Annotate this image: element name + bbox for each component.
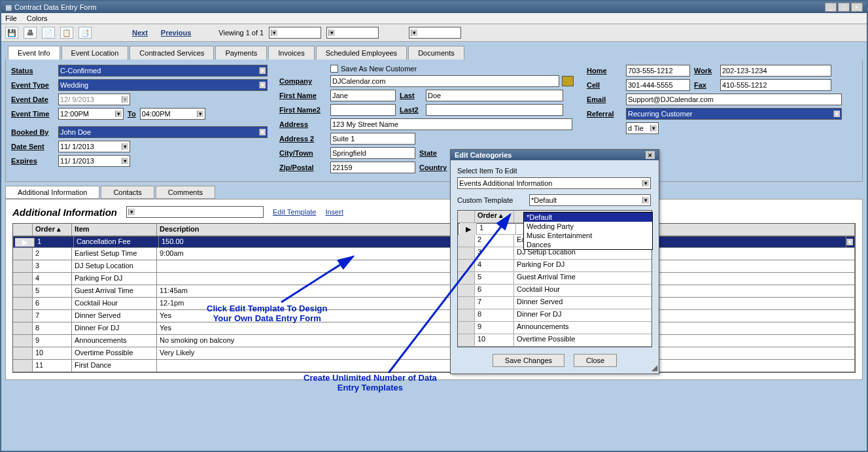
eventdate-input[interactable]: 12/ 9/2013 xyxy=(58,94,130,105)
custom-template-dropdown[interactable]: *Default xyxy=(529,194,651,206)
select-item-dropdown[interactable]: Events Additional Information xyxy=(457,177,651,189)
table-row[interactable]: 8Dinner For DJ xyxy=(458,309,651,322)
fname-label: First Name xyxy=(279,92,330,99)
table-row[interactable]: 2Earliest Setup Time9:00am xyxy=(13,248,855,260)
main-tabs: Event Info Event Location Contracted Ser… xyxy=(1,42,867,60)
expires-input[interactable]: 11/ 1/2013 xyxy=(58,155,130,167)
table-row[interactable]: 10Overtime PossibleVery Likely xyxy=(13,347,855,360)
table-row[interactable]: ▶1Cancellation Fee150.00 xyxy=(13,236,855,248)
tool-icon[interactable]: 📋 xyxy=(60,27,73,39)
resize-grip-icon[interactable]: ◢ xyxy=(651,363,657,372)
table-row[interactable]: 10Overtime Possible xyxy=(458,334,651,347)
edit-template-link[interactable]: Edit Template xyxy=(273,208,316,216)
tab-event-info[interactable]: Event Info xyxy=(8,46,60,60)
email-input[interactable] xyxy=(626,94,842,105)
print-icon[interactable]: 🖶 xyxy=(24,27,37,39)
maximize-button[interactable]: □ xyxy=(838,3,850,12)
save-icon[interactable]: 💾 xyxy=(5,27,18,39)
template-options-list[interactable]: *DefaultWedding PartyMusic Entertainment… xyxy=(523,212,653,250)
last-label: Last xyxy=(400,92,426,99)
table-row[interactable]: 5Guest Arrival Time11:45am xyxy=(13,285,855,298)
dropdown-option[interactable]: Wedding Party xyxy=(524,222,652,231)
eventtime-from[interactable]: 12:00PM xyxy=(58,108,124,120)
dropdown-option[interactable]: Music Entertainment xyxy=(524,231,652,240)
minimize-button[interactable]: _ xyxy=(825,3,837,12)
annotation-1: Click Edit Template To DesignYour Own Da… xyxy=(207,304,327,323)
work-input[interactable] xyxy=(720,65,831,77)
subtab-comments[interactable]: Comments xyxy=(156,186,215,199)
table-row[interactable]: 7Dinner ServedYes xyxy=(13,310,855,322)
edit-categories-dialog[interactable]: Edit Cateogories× Select Item To Edit Ev… xyxy=(450,149,659,374)
last-input[interactable] xyxy=(426,90,563,101)
company-input[interactable] xyxy=(330,75,559,87)
save-changes-button[interactable]: Save Changes xyxy=(493,354,564,367)
tab-contracted-services[interactable]: Contracted Services xyxy=(130,46,214,60)
cell-input[interactable] xyxy=(626,79,690,91)
eventtype-select[interactable]: Wedding xyxy=(58,79,268,91)
referral-label: Referral xyxy=(587,110,626,118)
eventtime-to[interactable]: 04:00PM xyxy=(140,108,205,120)
datesent-label: Date Sent xyxy=(11,143,58,150)
home-input[interactable] xyxy=(626,65,690,77)
table-row[interactable]: 6Cocktail Hour12-1pm xyxy=(13,298,855,310)
fax-input[interactable] xyxy=(720,79,831,91)
subtab-additional-info[interactable]: Additional Information xyxy=(5,186,99,199)
table-row[interactable]: 3DJ Setup Location xyxy=(13,260,855,273)
table-row[interactable]: 7Dinner Served xyxy=(458,297,651,309)
address2-input[interactable] xyxy=(330,133,415,145)
zip-input[interactable] xyxy=(330,162,415,173)
dialog-close-icon[interactable]: × xyxy=(646,151,655,159)
tab-scheduled-employees[interactable]: Scheduled Employees xyxy=(316,46,407,60)
copy-icon[interactable]: 📑 xyxy=(78,27,92,39)
referral-select[interactable]: Recurring Customer xyxy=(626,108,842,120)
extra-select[interactable]: d Tie xyxy=(626,122,659,134)
addinfo-title: Additional Information xyxy=(12,207,117,218)
table-row[interactable]: 9AnnouncementsNo smoking on balcony xyxy=(13,335,855,347)
table-row[interactable]: 6Cocktail Hour xyxy=(458,285,651,297)
close-button[interactable]: Close xyxy=(574,354,617,367)
menu-colors[interactable]: Colors xyxy=(27,14,48,22)
insert-link[interactable]: Insert xyxy=(325,208,343,216)
next-link[interactable]: Next xyxy=(132,29,148,37)
previous-link[interactable]: Previous xyxy=(161,29,191,37)
tab-invoices[interactable]: Invoices xyxy=(268,46,314,60)
table-row[interactable]: 11First Dance xyxy=(13,360,855,372)
custom-template-label: Custom Template xyxy=(457,196,525,204)
address-input[interactable] xyxy=(330,118,572,130)
viewing-dropdown-3[interactable] xyxy=(409,27,461,39)
last2-input[interactable] xyxy=(426,104,563,116)
table-row[interactable]: 4Parking For DJ xyxy=(458,260,651,272)
table-row[interactable]: 4Parking For DJ xyxy=(13,273,855,285)
viewing-dropdown[interactable] xyxy=(269,27,321,39)
addinfo-grid[interactable]: Order ▴ItemDescription▶1Cancellation Fee… xyxy=(12,223,856,373)
addinfo-dropdown[interactable] xyxy=(126,206,264,218)
booked-select[interactable]: John Doe xyxy=(58,126,268,138)
tab-event-location[interactable]: Event Location xyxy=(61,46,129,60)
menu-file[interactable]: File xyxy=(5,14,17,22)
state-label: State xyxy=(419,149,448,157)
subtab-contacts[interactable]: Contacts xyxy=(101,186,154,199)
dropdown-option[interactable]: *Default xyxy=(524,213,652,222)
dropdown-option[interactable]: Dances xyxy=(524,240,652,249)
status-select[interactable]: C-Confirmed xyxy=(58,65,268,77)
table-row[interactable]: 5Guest Arrival Time xyxy=(458,272,651,285)
home-label: Home xyxy=(587,67,626,75)
tab-documents[interactable]: Documents xyxy=(408,46,464,60)
email-label: Email xyxy=(587,96,626,103)
fname2-input[interactable] xyxy=(330,104,396,116)
table-row[interactable]: 9Announcements xyxy=(458,322,651,334)
titlebar[interactable]: ▦Contract Data Entry Form _ □ × xyxy=(1,1,867,13)
folder-icon[interactable] xyxy=(562,76,574,86)
viewing-dropdown-2[interactable] xyxy=(326,27,379,39)
annotation-2: Create Unlimited Number of DataEntry Tem… xyxy=(304,373,437,392)
saveas-checkbox[interactable] xyxy=(330,65,338,73)
address-label: Address xyxy=(279,120,330,128)
city-input[interactable] xyxy=(330,147,415,159)
tab-payments[interactable]: Payments xyxy=(215,46,267,60)
page-icon[interactable]: 📄 xyxy=(42,27,55,39)
table-row[interactable]: 8Dinner For DJYes xyxy=(13,322,855,335)
close-button[interactable]: × xyxy=(851,3,863,12)
fname-input[interactable] xyxy=(330,90,396,101)
datesent-input[interactable]: 11/ 1/2013 xyxy=(58,141,130,152)
sub-tabs: Additional Information Contacts Comments xyxy=(5,186,863,199)
